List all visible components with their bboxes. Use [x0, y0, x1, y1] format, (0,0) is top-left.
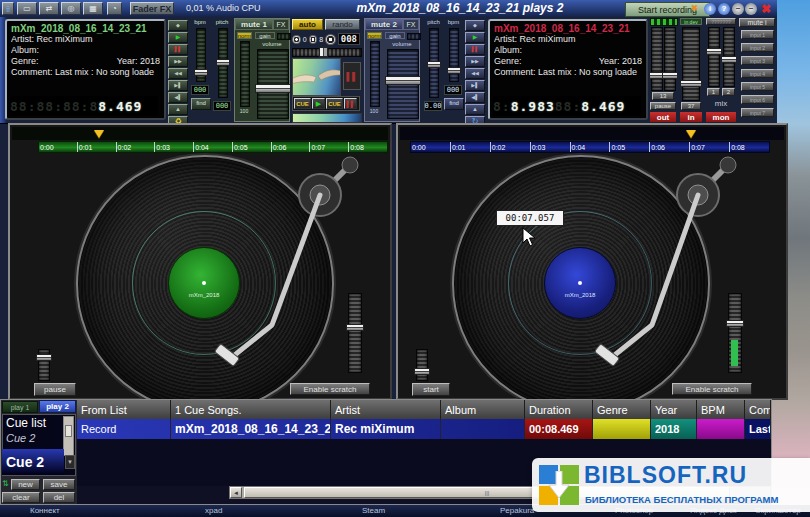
info-icon[interactable]: i — [704, 3, 716, 15]
deck2-fastforward-icon[interactable]: ▶▶ — [465, 56, 485, 67]
input-mute-button-3[interactable]: input 3 — [741, 56, 774, 65]
turntable2-start-button[interactable]: start — [412, 383, 450, 396]
input-mute-button-7[interactable]: input 7 — [741, 108, 774, 117]
deck1-pause-icon[interactable]: ▌▌ — [168, 44, 188, 55]
input-device-button[interactable]: in dev — [680, 18, 702, 25]
column-header-duration[interactable]: Duration — [525, 400, 593, 419]
cue-pause-icon[interactable]: ▌▌ — [344, 98, 357, 109]
deck1-find-button[interactable]: find — [191, 98, 211, 110]
turntable2-pitch-slider[interactable] — [728, 293, 742, 373]
column-header-album[interactable]: Album — [441, 400, 525, 419]
turntable1-left-slider[interactable] — [38, 349, 50, 381]
cue-save-button[interactable]: save — [43, 479, 75, 490]
turntable1-tonearm[interactable] — [10, 125, 394, 402]
cue-play-icon[interactable]: ▶ — [312, 98, 325, 109]
tab-play-2[interactable]: play 2 — [39, 400, 76, 413]
deck1-rewind-icon[interactable]: ◀◀ — [168, 68, 188, 79]
cue-del-button[interactable]: del — [43, 492, 75, 503]
deck2-prev-icon[interactable]: ◀▌ — [465, 92, 485, 103]
deck2-next-icon[interactable]: ▶▌ — [465, 80, 485, 91]
close-icon[interactable]: ✖ — [759, 2, 773, 16]
monitor-fader-right[interactable] — [723, 27, 735, 87]
radio-counter[interactable] — [325, 34, 336, 45]
output-fader-right[interactable] — [664, 27, 676, 91]
input-fader[interactable] — [682, 27, 700, 101]
input-mute-button-6[interactable]: input 6 — [741, 95, 774, 104]
deck2-bpm-handle[interactable] — [447, 67, 461, 74]
taskbar-item-4[interactable]: Pepakura — [500, 506, 534, 515]
deck2-volume-track[interactable] — [387, 49, 419, 119]
cue-left-button[interactable]: CUE — [294, 98, 311, 109]
deck1-pitch-track[interactable] — [218, 28, 228, 98]
rando-button[interactable]: rando — [325, 19, 360, 30]
equalizer-icon[interactable]: ▦ — [83, 2, 103, 15]
deck2-play-icon[interactable]: ▶ — [465, 32, 485, 43]
deck1-next-icon[interactable]: ▶▌ — [168, 80, 188, 91]
clock-icon[interactable]: ◔ — [107, 2, 122, 15]
output-fader-left[interactable] — [651, 27, 663, 91]
cue-right-button[interactable]: CUE — [326, 98, 343, 109]
scroll-left-icon[interactable]: ◄ — [230, 487, 242, 498]
turntable1-enable-scratch-button[interactable]: Enable scratch — [290, 383, 370, 395]
column-header-fromlist[interactable]: From List — [77, 400, 171, 419]
cue-new-button[interactable]: new — [11, 479, 40, 490]
radio-0[interactable] — [292, 35, 301, 44]
deck2-volume-handle[interactable] — [385, 76, 421, 85]
deck1-fastforward-icon[interactable]: ▶▶ — [168, 56, 188, 67]
playlist-row[interactable]: Record mXm_2018_08_16_14_23_21 Rec miXim… — [77, 419, 771, 439]
minimize-icon[interactable]: – — [732, 3, 744, 15]
deck1-mute-button[interactable]: mute 1 — [235, 19, 273, 30]
crossfader-handle[interactable] — [319, 47, 328, 57]
deck1-volume-track[interactable] — [257, 49, 289, 119]
column-header-comment[interactable]: Comment — [745, 400, 771, 419]
column-header-songs[interactable]: 1 Cue Songs. — [171, 400, 331, 419]
input-mute-button-5[interactable]: input 5 — [741, 82, 774, 91]
deck2-pitch-handle[interactable] — [427, 61, 441, 68]
input-mute-button-1[interactable]: input 1 — [741, 30, 774, 39]
deck2-mute-button[interactable]: mute 2 — [365, 19, 403, 30]
deck1-pitch-handle[interactable] — [216, 59, 230, 66]
taskbar-item-2[interactable]: xpad — [205, 506, 222, 515]
monitor-fader-left[interactable] — [708, 27, 720, 87]
column-header-bpm[interactable]: BPM — [697, 400, 745, 419]
input-mute-button-2[interactable]: input 2 — [741, 43, 774, 52]
cue-combo-dropdown-icon[interactable]: ▼ — [65, 455, 75, 469]
deck2-pitch-track[interactable] — [429, 28, 439, 98]
disc-icon[interactable]: ◎ — [61, 2, 81, 15]
radio-8[interactable] — [309, 35, 318, 44]
deck2-eject-icon[interactable]: ▲ — [465, 104, 485, 115]
deck2-find-button[interactable]: find — [444, 98, 464, 110]
mixer-pause-icon[interactable]: ▌▌ — [343, 62, 361, 90]
taskbar-item-3[interactable]: Steam — [362, 506, 385, 515]
column-header-year[interactable]: Year — [651, 400, 697, 419]
cue-list-scrollbar[interactable] — [63, 416, 74, 456]
cue-selected-combo[interactable]: Cue 2 — [2, 449, 64, 475]
turntable2-left-slider[interactable] — [416, 349, 428, 381]
crossfader-track[interactable] — [292, 48, 362, 57]
deck1-prev-icon[interactable]: ◀▌ — [168, 92, 188, 103]
tools-icon[interactable]: ✖ — [688, 3, 701, 15]
deck2-fx-button[interactable]: FX — [403, 19, 419, 30]
deck1-eject-icon[interactable]: ▲ — [168, 104, 188, 115]
maximize-icon[interactable]: – — [745, 3, 757, 15]
auto-button[interactable]: auto — [292, 19, 323, 30]
deck1-loop-icon[interactable]: ◆ — [168, 20, 188, 31]
tab-play-1[interactable]: play 1 — [2, 401, 38, 413]
input-mute-button-4[interactable]: input 4 — [741, 69, 774, 78]
deck1-gain-track[interactable] — [277, 33, 291, 40]
deck1-play-icon[interactable]: ▶ — [168, 32, 188, 43]
deck1-bpm-track[interactable] — [196, 28, 206, 82]
deck1-fx-button[interactable]: FX — [273, 19, 289, 30]
deck1-volume-handle[interactable] — [255, 84, 291, 93]
monitor-channel-2-button[interactable]: 2 — [722, 88, 735, 96]
column-header-artist[interactable]: Artist — [331, 400, 441, 419]
transport-icon[interactable]: ⇄ — [39, 2, 59, 15]
output-pause-button[interactable]: pause — [650, 102, 676, 110]
column-header-genre[interactable]: Genre — [593, 400, 651, 419]
cassette-icon[interactable]: ▭ — [17, 2, 37, 15]
turntable2-enable-scratch-button[interactable]: Enable scratch — [672, 383, 752, 395]
refresh-icon[interactable]: ⇅ — [2, 479, 10, 489]
deck2-bpm-track[interactable] — [449, 28, 459, 82]
turntable1-pitch-slider[interactable] — [348, 293, 362, 373]
deck2-loop-icon[interactable]: ◆ — [465, 20, 485, 31]
